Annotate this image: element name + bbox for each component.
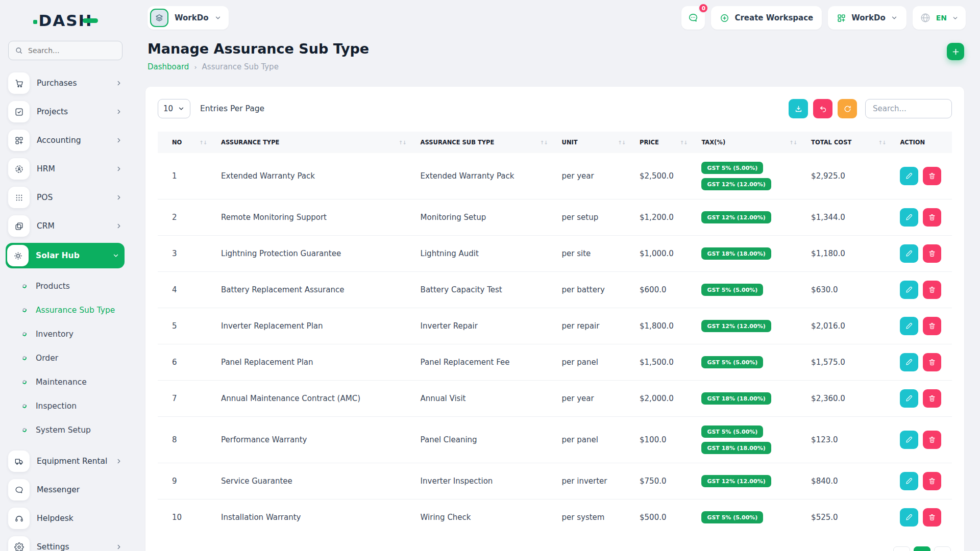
sidebar-subitem-system-setup[interactable]: System Setup (22, 422, 122, 438)
trash-icon (928, 213, 936, 221)
sidebar-item-equipment-rental[interactable]: Equipment Rental (8, 449, 122, 473)
entries-per-page-select[interactable]: 10 (158, 99, 190, 118)
delete-button[interactable] (923, 281, 941, 299)
sidebar-subitem-order[interactable]: Order (22, 350, 122, 366)
chevron-right-icon (115, 543, 122, 550)
grid-plus-icon (837, 13, 846, 23)
table-row: 2Remote Monitoring SupportMonitoring Set… (158, 199, 952, 236)
delete-button[interactable] (923, 167, 941, 185)
sidebar-item-pos[interactable]: POS (8, 186, 122, 209)
sidebar-item-projects[interactable]: Projects (8, 100, 122, 123)
reset-button[interactable] (813, 99, 832, 118)
delete-button[interactable] (923, 431, 941, 449)
edit-button[interactable] (900, 208, 918, 227)
trash-icon (928, 477, 936, 485)
refresh-button[interactable] (838, 99, 857, 118)
cell-tax: GST 12% (12.00%) (695, 463, 805, 499)
sidebar-item-accounting[interactable]: Accounting (8, 129, 122, 152)
edit-button[interactable] (900, 431, 918, 449)
chevron-down-icon (178, 105, 185, 112)
delete-button[interactable] (923, 353, 941, 371)
tax-badge: GST 12% (12.00%) (701, 211, 771, 223)
delete-button[interactable] (923, 389, 941, 408)
edit-button[interactable] (900, 281, 918, 299)
sidebar-subitem-maintenance[interactable]: Maintenance (22, 374, 122, 390)
sidebar-search-input[interactable] (28, 46, 116, 55)
chat-button[interactable]: 0 (681, 6, 705, 30)
edit-button[interactable] (900, 353, 918, 371)
cell-no: 5 (158, 308, 215, 344)
workspace-selector[interactable]: WorkDo (148, 6, 229, 30)
tax-badge: GST 5% (5.00%) (701, 162, 763, 174)
edit-button[interactable] (900, 167, 918, 185)
chevron-down-icon (214, 14, 222, 21)
undo-arrow-icon (819, 105, 827, 113)
cell-tax: GST 5% (5.00%) (695, 344, 805, 381)
create-workspace-button[interactable]: Create Workspace (711, 6, 822, 30)
tax-badge: GST 5% (5.00%) (701, 425, 763, 438)
chevron-right-icon (115, 80, 122, 87)
column-header-tax: TAX(%)↑↓ (695, 132, 805, 153)
sidebar-item-hrm[interactable]: HRM (8, 157, 122, 181)
cell-price: $100.0 (633, 417, 695, 463)
bullet-icon (22, 356, 27, 361)
sidebar-item-settings[interactable]: Settings (8, 535, 122, 551)
sort-arrows-icon[interactable]: ↑↓ (540, 140, 550, 145)
sort-arrows-icon[interactable]: ↑↓ (680, 140, 690, 145)
sort-arrows-icon[interactable]: ↑↓ (399, 140, 408, 145)
cell-action (894, 344, 952, 381)
delete-button[interactable] (923, 208, 941, 227)
chevron-right-icon (115, 137, 122, 144)
edit-button[interactable] (900, 508, 918, 527)
breadcrumb-dashboard-link[interactable]: Dashboard (148, 62, 189, 71)
pagination-next-button[interactable] (934, 546, 951, 551)
sidebar-item-helpdesk[interactable]: Helpdesk (8, 507, 122, 530)
cell-action (894, 499, 952, 536)
edit-button[interactable] (900, 244, 918, 263)
delete-button[interactable] (923, 472, 941, 490)
sidebar-subitem-products[interactable]: Products (22, 279, 122, 294)
delete-button[interactable] (923, 317, 941, 335)
edit-button[interactable] (900, 317, 918, 335)
sidebar-item-label: Accounting (37, 136, 81, 145)
table-controls: 10 Entries Per Page (158, 99, 952, 118)
delete-button[interactable] (923, 244, 941, 263)
delete-button[interactable] (923, 508, 941, 527)
edit-button[interactable] (900, 389, 918, 408)
cell-tax: GST 5% (5.00%)GST 18% (18.00%) (695, 417, 805, 463)
sidebar-item-messenger[interactable]: Messenger (8, 478, 122, 502)
trash-icon (928, 286, 936, 294)
cell-assurance-sub-type: Inverter Inspection (414, 463, 556, 499)
sidebar-item-purchases[interactable]: Purchases (8, 71, 122, 95)
language-selector[interactable]: EN (913, 6, 966, 30)
pagination-page-button[interactable]: 1 (914, 546, 930, 551)
sort-arrows-icon[interactable]: ↑↓ (878, 140, 888, 145)
sidebar-item-solar-hub[interactable]: Solar Hub (6, 243, 125, 268)
cell-assurance-sub-type: Monitoring Setup (414, 199, 556, 236)
edit-button[interactable] (900, 472, 918, 490)
sort-arrows-icon[interactable]: ↑↓ (199, 140, 209, 145)
column-label: PRICE (640, 139, 659, 146)
sidebar-subitem-assurance-sub-type[interactable]: Assurance Sub Type (22, 303, 122, 318)
cell-price: $1,800.0 (633, 308, 695, 344)
sidebar-item-crm[interactable]: CRM (8, 214, 122, 238)
sidebar-subitem-inspection[interactable]: Inspection (22, 398, 122, 414)
sort-arrows-icon[interactable]: ↑↓ (789, 140, 799, 145)
column-header-unit: UNIT↑↓ (556, 132, 633, 153)
tax-badge: GST 18% (18.00%) (701, 247, 771, 260)
add-record-button[interactable] (947, 43, 964, 60)
column-header-action: ACTION (894, 132, 952, 153)
pagination-prev-button[interactable] (893, 546, 910, 551)
sidebar-subitem-inventory[interactable]: Inventory (22, 327, 122, 342)
trash-icon (928, 172, 936, 180)
table-search-input[interactable] (865, 99, 952, 118)
workdo-menu-button[interactable]: WorkDo (828, 6, 906, 30)
sort-arrows-icon[interactable]: ↑↓ (618, 140, 627, 145)
page-title: Manage Assurance Sub Type (148, 41, 964, 57)
main-area: WorkDo 0 Create Workspace (131, 0, 980, 551)
trash-icon (928, 394, 936, 403)
pencil-icon (905, 213, 913, 221)
gear-icon (8, 536, 30, 551)
cell-no: 9 (158, 463, 215, 499)
export-button[interactable] (789, 99, 808, 118)
